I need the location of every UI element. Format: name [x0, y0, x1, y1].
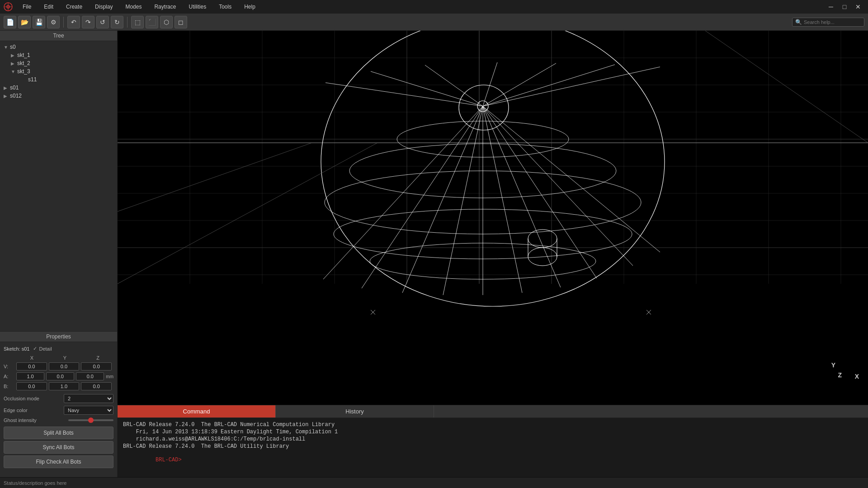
tree-item-s01[interactable]: ▶ s01 — [0, 84, 117, 92]
tree-header: Tree — [0, 31, 117, 41]
tree-arrow-skt3: ▼ — [11, 69, 15, 74]
console-line-1: Fri, 14 Jun 2013 13:18:39 Eastern Daylig… — [123, 429, 863, 435]
sketch-label: Sketch: s01 — [4, 346, 29, 352]
menu-display[interactable]: Display — [92, 3, 115, 11]
tree-item-skt1[interactable]: ▶ skt_1 — [0, 51, 117, 59]
split-all-bots-button[interactable]: Split All Bots — [4, 427, 113, 439]
tab-history[interactable]: History — [276, 405, 434, 418]
viewport[interactable]: Y Z X — [118, 31, 868, 405]
command-output: BRL-CAD Release 7.24.0 The BRL-CAD Numer… — [118, 418, 868, 477]
svg-line-30 — [443, 106, 483, 295]
console-line-0: BRL-CAD Release 7.24.0 The BRL-CAD Numer… — [123, 422, 863, 428]
v-z-input[interactable] — [81, 362, 112, 371]
menu-edit[interactable]: Edit — [41, 3, 56, 11]
menu-file[interactable]: File — [20, 3, 34, 11]
b-y-input[interactable] — [49, 382, 80, 390]
tree-item-s0[interactable]: ▼ s0 — [0, 43, 117, 51]
preferences-button[interactable]: ⚙ — [47, 16, 60, 28]
tree-label-skt2: skt_2 — [17, 60, 30, 66]
new-file-button[interactable]: 📄 — [4, 16, 16, 28]
tree-label-s0: s0 — [10, 44, 16, 50]
render-button[interactable]: ◻ — [175, 16, 187, 28]
select-button[interactable]: ⬚ — [131, 16, 144, 28]
properties-header: Properties — [0, 332, 117, 342]
edge-color-label: Edge color — [4, 408, 28, 413]
tree-item-s012[interactable]: ▶ s012 — [0, 92, 117, 100]
tree-item-skt2[interactable]: ▶ skt_2 — [0, 59, 117, 67]
ghost-intensity-label: Ghost intensity — [4, 418, 37, 423]
tree-label-s012: s012 — [10, 93, 22, 99]
tree-item-skt3[interactable]: ▼ skt_3 — [0, 67, 117, 75]
close-button[interactable]: ✕ — [852, 2, 864, 12]
maximize-button[interactable]: □ — [838, 2, 851, 12]
detail-check[interactable]: ✓ Detail — [33, 346, 52, 352]
menu-tools[interactable]: Tools — [216, 3, 234, 11]
v-x-input[interactable] — [16, 362, 47, 371]
a-z-input[interactable] — [76, 372, 104, 380]
y-header: Y — [49, 355, 80, 361]
view3d-button[interactable]: ⬡ — [160, 16, 173, 28]
search-container: 🔍 — [792, 18, 864, 27]
bottom-tabs: Command History — [118, 405, 868, 418]
console-prompt: BRL-CAD> — [123, 450, 863, 469]
window-controls: ─ □ ✕ — [825, 2, 864, 12]
titlebar: File Edit Create Display Modes Raytrace … — [0, 0, 868, 14]
console-line-3: BRL-CAD Release 7.24.0 The BRL-CAD Utili… — [123, 443, 863, 450]
svg-line-32 — [483, 106, 522, 293]
svg-line-54 — [118, 143, 312, 211]
svg-line-35 — [483, 106, 633, 266]
svg-line-41 — [425, 65, 483, 106]
tab-command[interactable]: Command — [118, 405, 276, 418]
menu-modes[interactable]: Modes — [123, 3, 144, 11]
undo2-button[interactable]: ↺ — [96, 16, 109, 28]
open-file-button[interactable]: 📂 — [18, 16, 31, 28]
redo2-button[interactable]: ↻ — [111, 16, 123, 28]
main-content: Tree ▼ s0 ▶ skt_1 ▶ skt_2 ▼ skt_3 — [0, 31, 868, 477]
ghost-slider-track — [68, 419, 113, 421]
flip-check-all-bots-button[interactable]: Flip Check All Bots — [4, 455, 113, 468]
zoom-button[interactable]: ⬛ — [146, 16, 158, 28]
x-header: X — [16, 355, 47, 361]
detail-label: Detail — [39, 346, 52, 352]
search-input[interactable] — [804, 19, 861, 25]
menu-create[interactable]: Create — [63, 3, 85, 11]
menu-utilities[interactable]: Utilities — [186, 3, 209, 11]
occlusion-label: Occlusion mode — [4, 396, 39, 401]
sync-all-bots-button[interactable]: Sync All Bots — [4, 441, 113, 454]
ghost-intensity-row: Ghost intensity — [4, 418, 113, 423]
edge-color-row: Edge color Navy White Red Green — [4, 406, 113, 415]
tree-item-s11[interactable]: s11 — [0, 75, 117, 84]
tree-label-s01: s01 — [10, 84, 19, 91]
save-file-button[interactable]: 💾 — [33, 16, 45, 28]
occlusion-row: Occlusion mode 2 1 3 — [4, 394, 113, 403]
menu-raytrace[interactable]: Raytrace — [151, 3, 179, 11]
x-axis-label: X — [855, 373, 859, 380]
b-z-input[interactable] — [81, 382, 112, 390]
y-axis-label: Y — [831, 361, 835, 369]
v-row: V: — [4, 362, 113, 371]
b-x-input[interactable] — [16, 382, 47, 390]
status-text: Status/description goes here — [4, 480, 66, 486]
console-line-2: richard.a.weiss@ARLAWKLS18406:C:/Temp/br… — [123, 436, 863, 442]
a-label: A: — [4, 374, 14, 379]
b-label: B: — [4, 384, 14, 389]
search-icon: 🔍 — [795, 19, 802, 25]
v-label: V: — [4, 364, 14, 369]
ghost-slider-thumb[interactable] — [88, 418, 94, 423]
viewport-svg — [118, 31, 868, 405]
edge-color-select[interactable]: Navy White Red Green — [64, 406, 113, 415]
toolbar: 📄 📂 💾 ⚙ ↶ ↷ ↺ ↻ ⬚ ⬛ ⬡ ◻ 🔍 — [0, 14, 868, 31]
occlusion-select[interactable]: 2 1 3 — [64, 394, 113, 403]
a-x-input[interactable] — [16, 372, 44, 380]
tree-arrow-s01: ▶ — [4, 85, 8, 90]
minimize-button[interactable]: ─ — [825, 2, 837, 12]
redo-button[interactable]: ↷ — [82, 16, 94, 28]
svg-line-42 — [371, 71, 483, 106]
tree-label-skt1: skt_1 — [17, 52, 30, 58]
undo-button[interactable]: ↶ — [67, 16, 80, 28]
z-header: Z — [82, 355, 113, 361]
sketch-row: Sketch: s01 ✓ Detail — [4, 346, 113, 352]
menu-help[interactable]: Help — [241, 3, 258, 11]
a-y-input[interactable] — [46, 372, 74, 380]
v-y-input[interactable] — [49, 362, 80, 371]
